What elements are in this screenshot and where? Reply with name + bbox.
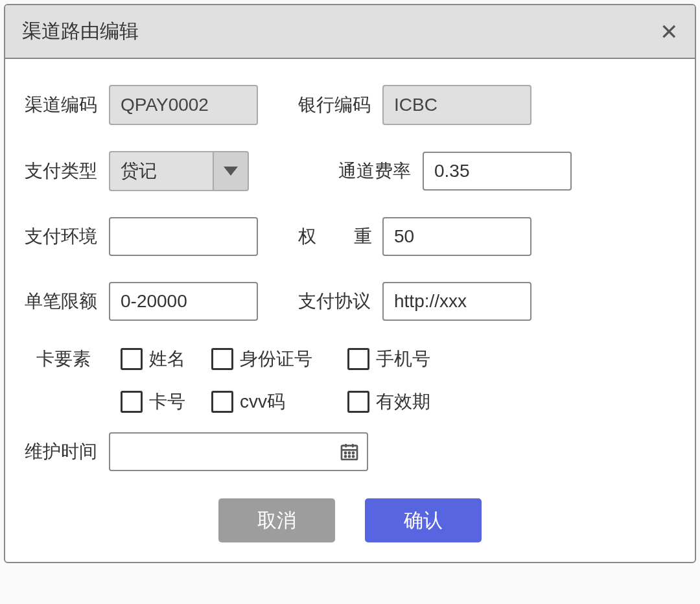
channel-code-value: QPAY0002	[109, 85, 258, 125]
svg-point-7	[345, 456, 346, 457]
bank-code-label: 银行编码	[298, 93, 382, 117]
field-weight: 权 重	[298, 217, 531, 256]
form-row: 支付类型 贷记 通道费率	[25, 151, 675, 191]
maintain-time-input[interactable]	[109, 432, 368, 471]
checkbox-phone-label: 手机号	[376, 347, 430, 371]
svg-point-6	[353, 452, 354, 454]
pay-type-select[interactable]: 贷记	[109, 151, 249, 191]
dialog-body: 渠道编码 QPAY0002 银行编码 ICBC 支付类型 贷记 通道费率	[5, 59, 695, 562]
channel-route-edit-dialog: 渠道路由编辑 ✕ 渠道编码 QPAY0002 银行编码 ICBC 支付类型 贷记	[4, 4, 696, 563]
checkbox-name-box[interactable]	[121, 348, 143, 370]
pay-type-value: 贷记	[109, 151, 213, 191]
svg-point-4	[345, 452, 346, 454]
field-bank-code: 银行编码 ICBC	[298, 85, 531, 125]
maintain-time-label: 维护时间	[25, 439, 109, 464]
button-row: 取消 确认	[25, 498, 675, 542]
field-pay-type: 支付类型 贷记	[25, 151, 249, 191]
chevron-down-icon[interactable]	[213, 151, 249, 191]
checkbox-expiry-label: 有效期	[376, 389, 430, 414]
field-channel-code: 渠道编码 QPAY0002	[25, 85, 258, 125]
checkbox-cvv-label: cvv码	[240, 389, 285, 414]
checkbox-name: 姓名	[121, 347, 205, 371]
checkbox-expiry: 有效期	[347, 389, 430, 414]
weight-label: 权 重	[298, 224, 382, 249]
checkbox-phone-box[interactable]	[347, 348, 369, 370]
checkbox-cardno-box[interactable]	[121, 391, 143, 413]
field-channel-rate: 通道费率	[338, 152, 572, 191]
weight-input[interactable]	[382, 217, 531, 256]
channel-code-label: 渠道编码	[25, 93, 109, 117]
pay-env-label: 支付环境	[25, 224, 109, 249]
field-pay-protocol: 支付协议	[298, 282, 531, 321]
pay-type-label: 支付类型	[25, 159, 109, 183]
pay-protocol-label: 支付协议	[298, 289, 382, 314]
card-elements-label: 卡要素	[36, 347, 121, 371]
dialog-title: 渠道路由编辑	[22, 18, 139, 45]
channel-rate-label: 通道费率	[338, 159, 423, 183]
field-single-limit: 单笔限额	[25, 282, 258, 321]
single-limit-label: 单笔限额	[25, 289, 109, 314]
svg-point-8	[349, 456, 350, 457]
checkbox-cardno-label: 卡号	[149, 389, 185, 414]
checkbox-cvv-box[interactable]	[211, 391, 233, 413]
card-elements-row: 卡号 cvv码 有效期	[25, 389, 675, 414]
pay-env-input[interactable]	[109, 217, 258, 256]
single-limit-input[interactable]	[109, 282, 258, 321]
card-elements-row: 卡要素 姓名 身份证号 手机号	[25, 347, 675, 371]
checkbox-cvv: cvv码	[211, 389, 341, 414]
channel-rate-input[interactable]	[423, 152, 572, 191]
form-row: 单笔限额 支付协议	[25, 282, 675, 321]
checkbox-expiry-box[interactable]	[347, 391, 369, 413]
cancel-button[interactable]: 取消	[218, 498, 335, 542]
confirm-button[interactable]: 确认	[365, 498, 482, 542]
svg-point-5	[349, 452, 350, 454]
field-pay-env: 支付环境	[25, 217, 258, 256]
calendar-icon[interactable]	[337, 439, 362, 464]
close-icon[interactable]: ✕	[660, 21, 678, 43]
field-maintain-time: 维护时间	[25, 432, 675, 471]
svg-point-9	[353, 456, 354, 457]
checkbox-cardno: 卡号	[121, 389, 205, 414]
bank-code-value: ICBC	[382, 85, 531, 125]
checkbox-idnum: 身份证号	[211, 347, 341, 371]
maintain-time-wrap	[109, 432, 368, 471]
pay-protocol-input[interactable]	[382, 282, 531, 321]
form-row: 支付环境 权 重	[25, 217, 675, 256]
checkbox-idnum-box[interactable]	[211, 348, 233, 370]
dialog-header: 渠道路由编辑 ✕	[5, 5, 695, 59]
checkbox-phone: 手机号	[347, 347, 430, 371]
checkbox-idnum-label: 身份证号	[240, 347, 312, 371]
form-row: 渠道编码 QPAY0002 银行编码 ICBC	[25, 85, 675, 125]
checkbox-name-label: 姓名	[149, 347, 185, 371]
